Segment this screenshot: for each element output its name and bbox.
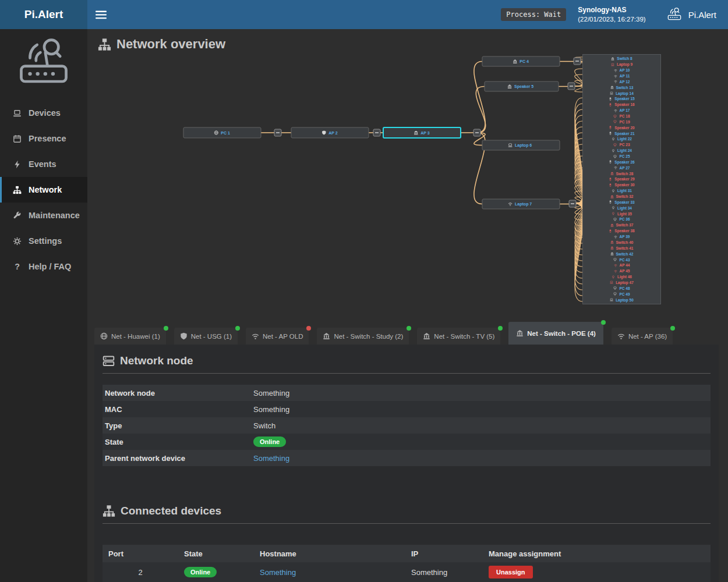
device-item[interactable]: AP 10 — [583, 68, 660, 73]
device-item[interactable]: PC 36 — [583, 217, 660, 222]
hostname-link[interactable]: Something — [260, 568, 296, 577]
device-item[interactable]: Laptop 9 — [583, 62, 660, 68]
device-item[interactable]: Switch 13 — [583, 84, 660, 90]
device-item[interactable]: PC 23 — [583, 142, 660, 148]
device-item[interactable]: Switch 37 — [583, 222, 660, 228]
tab-net-ap-old[interactable]: Net - AP OLD — [246, 328, 309, 345]
tab-label: Net - Huawei (1) — [111, 333, 160, 340]
header-app-link[interactable]: Pi.Alert — [666, 7, 716, 22]
device-item[interactable]: PC 48 — [583, 285, 660, 291]
sidebar-item-events[interactable]: Events — [0, 151, 87, 177]
device-item[interactable]: PC 19 — [583, 119, 660, 125]
device-name: AP 27 — [620, 166, 630, 170]
bulb-icon — [612, 149, 615, 152]
device-item[interactable]: Switch 41 — [583, 245, 660, 251]
column-header-state: State — [178, 549, 254, 558]
collapse-toggle[interactable] — [373, 129, 380, 136]
hostname-cell: Something — [254, 568, 405, 577]
tree-node-ap-3[interactable]: AP 3 — [383, 127, 461, 138]
device-item[interactable]: Speaker 15 — [583, 96, 660, 102]
device-item[interactable]: Speaker 30 — [583, 182, 660, 188]
tab-net-switch-study-2[interactable]: Net - Switch - Study (2) — [317, 328, 409, 345]
device-item[interactable]: Speaker 33 — [583, 199, 660, 205]
bank-icon — [610, 240, 614, 244]
device-item[interactable]: Light 34 — [583, 205, 660, 211]
device-item[interactable]: AP 12 — [583, 79, 660, 84]
state-cell: Online — [178, 567, 254, 577]
node-tabs: Net - Huawei (1)Net - USG (1)Net - AP OL… — [94, 318, 719, 345]
device-item[interactable]: Switch 28 — [583, 171, 660, 176]
device-name: Light 46 — [617, 275, 632, 279]
tab-net-switch-poe-4[interactable]: Net - Switch - POE (4) — [508, 322, 603, 345]
sidebar-nav: DevicesPresenceEventsNetworkMaintenanceS… — [0, 100, 87, 279]
device-item[interactable]: Switch 40 — [583, 240, 660, 246]
brand-logo[interactable]: Pi.Alert — [0, 0, 87, 29]
device-item[interactable]: PC 18 — [583, 113, 660, 119]
device-item[interactable]: AP 45 — [583, 268, 660, 274]
device-item[interactable]: PC 43 — [583, 257, 660, 262]
collapse-toggle[interactable] — [569, 200, 576, 207]
device-item[interactable]: Speaker 16 — [583, 102, 660, 108]
device-item[interactable]: AP 11 — [583, 73, 660, 79]
device-name: Light 24 — [617, 148, 632, 152]
bank-icon — [610, 223, 614, 227]
device-item[interactable]: Speaker 26 — [583, 159, 660, 165]
collapse-toggle[interactable] — [568, 83, 575, 90]
sidebar-item-network[interactable]: Network — [0, 177, 87, 203]
tab-net-huawei-1[interactable]: Net - Huawei (1) — [94, 328, 166, 345]
tab-net-switch-tv-5[interactable]: Net - Switch - TV (5) — [417, 328, 500, 345]
online-badge: Online — [253, 436, 286, 447]
tree-node-ap-2[interactable]: AP 2 — [291, 127, 369, 138]
sidebar-item-presence[interactable]: Presence — [0, 126, 87, 151]
unassign-button[interactable]: Unassign — [489, 566, 533, 579]
device-item[interactable]: Speaker 21 — [583, 130, 660, 136]
device-item[interactable]: PC 25 — [583, 154, 660, 159]
host-timestamp: (22/01/2023, 16:27:39) — [578, 15, 645, 24]
sidebar-item-help-faq[interactable]: Help / FAQ — [0, 254, 87, 279]
tree-node-pc-1[interactable]: PC 1 — [183, 127, 261, 138]
sidebar-item-devices[interactable]: Devices — [0, 100, 87, 126]
tree-node-speaker-5[interactable]: Speaker 5 — [485, 81, 559, 91]
device-item[interactable]: Switch 32 — [583, 194, 660, 200]
device-item[interactable]: PC 49 — [583, 291, 660, 297]
device-item[interactable]: Light 46 — [583, 274, 660, 280]
pc-icon — [613, 286, 617, 290]
device-item[interactable]: Laptop 50 — [583, 297, 660, 303]
device-list-panel: Switch 8Laptop 9AP 10AP 11AP 12Switch 13… — [582, 54, 661, 304]
hamburger-menu-button[interactable] — [87, 0, 114, 29]
device-item[interactable]: Light 24 — [583, 148, 660, 154]
tree-node-laptop-6[interactable]: Laptop 6 — [482, 140, 560, 150]
collapse-toggle[interactable] — [473, 129, 480, 136]
device-item[interactable]: AP 39 — [583, 234, 660, 240]
tree-node-laptop-7[interactable]: Laptop 7 — [482, 199, 560, 209]
device-item[interactable]: AP 17 — [583, 108, 660, 113]
sidebar-item-maintenance[interactable]: Maintenance — [0, 203, 87, 228]
collapse-toggle[interactable] — [274, 129, 281, 136]
tab-net-ap-36[interactable]: Net - AP (36) — [612, 328, 673, 345]
column-header-manage-assignment: Manage assignment — [483, 549, 711, 558]
sidebar-item-label: Settings — [29, 236, 62, 246]
online-badge: Online — [184, 567, 217, 577]
device-item[interactable]: AP 44 — [583, 262, 660, 268]
device-item[interactable]: Speaker 38 — [583, 228, 660, 234]
sidebar-item-settings[interactable]: Settings — [0, 228, 87, 254]
parent-device-link[interactable]: Something — [253, 454, 289, 463]
globe-icon — [100, 332, 108, 340]
device-item[interactable]: AP 27 — [583, 165, 660, 171]
device-name: Laptop 14 — [616, 91, 634, 95]
device-item[interactable]: Speaker 20 — [583, 125, 660, 130]
device-item[interactable]: Speaker 29 — [583, 176, 660, 182]
field-value: Something — [253, 389, 289, 398]
sidebar-item-label: Network — [29, 185, 62, 194]
device-item[interactable]: Laptop 47 — [583, 280, 660, 286]
device-item[interactable]: Laptop 14 — [583, 90, 660, 96]
tree-node-pc-4[interactable]: PC 4 — [482, 56, 560, 66]
device-item[interactable]: Light 31 — [583, 188, 660, 194]
device-item[interactable]: Light 35 — [583, 211, 660, 217]
tab-net-usg-1[interactable]: Net - USG (1) — [174, 328, 238, 345]
device-item[interactable]: Light 22 — [583, 136, 660, 142]
collapse-toggle[interactable] — [574, 58, 581, 65]
device-item[interactable]: Switch 8 — [583, 56, 660, 62]
speaker-icon — [609, 126, 612, 129]
device-item[interactable]: Switch 42 — [583, 251, 660, 257]
